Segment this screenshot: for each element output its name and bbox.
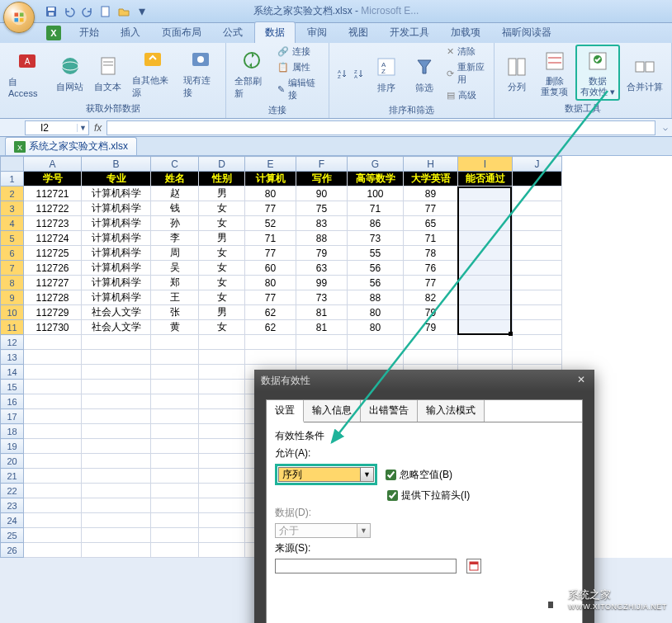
- cell[interactable]: 赵: [151, 186, 199, 201]
- cell[interactable]: [458, 335, 513, 350]
- chevron-down-icon[interactable]: ▼: [361, 467, 374, 482]
- new-icon[interactable]: [99, 5, 112, 18]
- ribbon-tab-开发工具[interactable]: 开发工具: [380, 22, 439, 43]
- ribbon-tab-开始[interactable]: 开始: [69, 22, 109, 43]
- workbook-tab[interactable]: X 系统之家实验文档.xlsx: [5, 137, 137, 155]
- dialog-tab[interactable]: 出错警告: [361, 400, 418, 422]
- header-cell[interactable]: 姓名: [151, 172, 199, 186]
- cell[interactable]: 112724: [24, 231, 82, 246]
- cell[interactable]: [24, 484, 82, 498]
- cell[interactable]: [82, 394, 151, 409]
- cell[interactable]: 钱: [151, 201, 199, 216]
- cell[interactable]: [296, 350, 348, 365]
- cell[interactable]: [151, 424, 199, 439]
- dialog-tab[interactable]: 设置: [267, 400, 304, 422]
- cell[interactable]: [458, 305, 513, 320]
- ribbon-tab-福昕阅读器[interactable]: 福昕阅读器: [492, 22, 561, 43]
- cell[interactable]: 女: [199, 201, 245, 216]
- cell[interactable]: 55: [348, 246, 404, 261]
- header-cell[interactable]: 学号: [24, 172, 82, 186]
- header-cell[interactable]: 写作: [296, 172, 348, 186]
- cell[interactable]: [24, 365, 82, 380]
- cell[interactable]: [458, 216, 513, 231]
- cell[interactable]: 90: [296, 186, 348, 201]
- cell[interactable]: [82, 365, 151, 380]
- cell[interactable]: [458, 186, 513, 201]
- cell[interactable]: 计算机科学: [82, 261, 151, 276]
- cell[interactable]: [24, 513, 82, 528]
- cell[interactable]: 60: [245, 261, 296, 276]
- fx-button[interactable]: fx: [94, 122, 102, 134]
- cell[interactable]: 83: [296, 216, 348, 231]
- allow-combo[interactable]: ▼: [275, 464, 377, 485]
- cell[interactable]: [24, 469, 82, 484]
- cell[interactable]: [199, 409, 245, 424]
- cell[interactable]: [24, 543, 82, 558]
- cell[interactable]: 73: [296, 290, 348, 305]
- cell[interactable]: [199, 424, 245, 439]
- dropdown-checkbox[interactable]: 提供下拉箭头(I): [387, 488, 470, 503]
- column-header[interactable]: H: [404, 157, 458, 172]
- cell[interactable]: 80: [245, 276, 296, 290]
- cell[interactable]: [151, 469, 199, 484]
- cell[interactable]: [82, 513, 151, 528]
- ext-data-button[interactable]: 自其他来源: [129, 45, 177, 101]
- cell[interactable]: 63: [296, 261, 348, 276]
- cell[interactable]: [151, 454, 199, 469]
- cell[interactable]: [82, 469, 151, 484]
- cell[interactable]: [458, 350, 513, 365]
- cell[interactable]: 88: [296, 231, 348, 246]
- cell[interactable]: 男: [199, 231, 245, 246]
- cell[interactable]: [24, 394, 82, 409]
- header-cell[interactable]: 大学英语: [404, 172, 458, 186]
- cell[interactable]: 77: [245, 201, 296, 216]
- cell[interactable]: [82, 543, 151, 558]
- cell[interactable]: 社会人文学: [82, 320, 151, 335]
- cell[interactable]: 女: [199, 320, 245, 335]
- cell[interactable]: [199, 350, 245, 365]
- conn-item[interactable]: 📋属性: [276, 60, 324, 74]
- cell[interactable]: 79: [404, 305, 458, 320]
- data-tool-button[interactable]: 合并计算: [623, 52, 666, 94]
- cell[interactable]: 89: [404, 186, 458, 201]
- cell[interactable]: 112726: [24, 261, 82, 276]
- header-cell[interactable]: 高等数学: [348, 172, 404, 186]
- column-header[interactable]: I: [458, 157, 513, 172]
- cell[interactable]: [199, 528, 245, 543]
- cell[interactable]: 郑: [151, 276, 199, 290]
- cell[interactable]: 82: [404, 290, 458, 305]
- cell[interactable]: 76: [404, 261, 458, 276]
- cell[interactable]: 77: [404, 201, 458, 216]
- cell[interactable]: 78: [404, 246, 458, 261]
- cell[interactable]: 79: [296, 246, 348, 261]
- cell[interactable]: 80: [245, 186, 296, 201]
- column-header[interactable]: B: [82, 157, 151, 172]
- ribbon-tab-公式[interactable]: 公式: [213, 22, 253, 43]
- undo-icon[interactable]: [63, 5, 76, 18]
- cell[interactable]: [199, 365, 245, 380]
- ext-data-button[interactable]: 自文本: [91, 51, 125, 95]
- cell[interactable]: [24, 335, 82, 350]
- cell[interactable]: [24, 409, 82, 424]
- cell[interactable]: 计算机科学: [82, 201, 151, 216]
- cell[interactable]: [458, 246, 513, 261]
- cell[interactable]: [24, 439, 82, 454]
- cell[interactable]: [513, 335, 562, 350]
- cell[interactable]: 张: [151, 305, 199, 320]
- cell[interactable]: 黄: [151, 320, 199, 335]
- cell[interactable]: [82, 439, 151, 454]
- cell[interactable]: 112730: [24, 320, 82, 335]
- cell[interactable]: [458, 320, 513, 335]
- cell[interactable]: [348, 350, 404, 365]
- conn-item[interactable]: 🔗连接: [276, 45, 324, 59]
- cell[interactable]: [199, 513, 245, 528]
- cell[interactable]: [24, 380, 82, 394]
- column-header[interactable]: G: [348, 157, 404, 172]
- cell[interactable]: [199, 380, 245, 394]
- filter-item[interactable]: ▤高级: [445, 88, 489, 102]
- ribbon-tab-审阅[interactable]: 审阅: [297, 22, 337, 43]
- cell[interactable]: 女: [199, 290, 245, 305]
- cell[interactable]: [245, 335, 296, 350]
- cell[interactable]: [513, 350, 562, 365]
- column-header[interactable]: D: [199, 157, 245, 172]
